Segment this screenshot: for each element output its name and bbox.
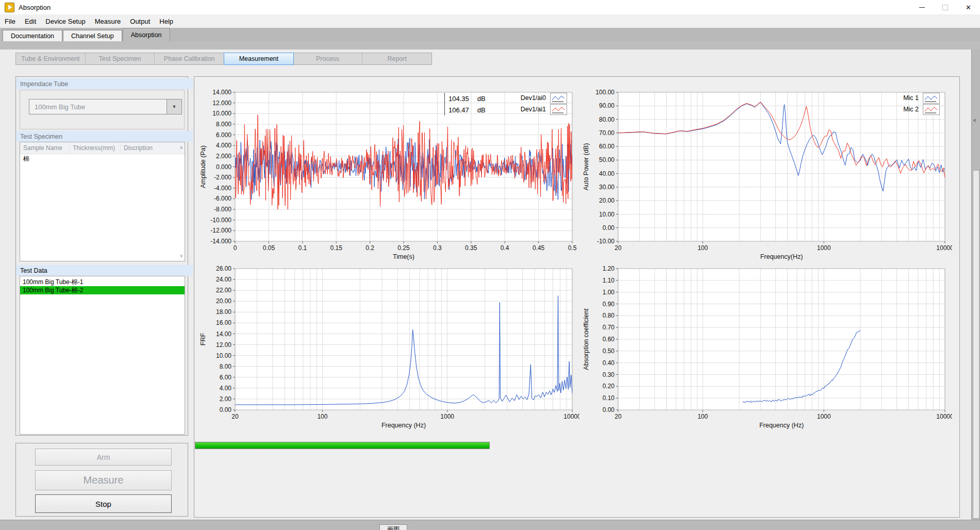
svg-text:0.70: 0.70 (603, 324, 615, 331)
arm-button[interactable]: Arm (35, 449, 172, 466)
svg-text:0: 0 (234, 244, 237, 252)
level-readouts: 104.35dB106.47dB (444, 93, 486, 115)
collapse-left-icon[interactable]: < (973, 118, 976, 123)
scroll-up-icon[interactable]: ∧ (179, 145, 183, 150)
bottom-tab[interactable]: 画图 (379, 524, 407, 530)
list-item-selected[interactable]: 100mm Big Tube-棉-2 (20, 286, 185, 294)
table-row[interactable]: 棉 (20, 154, 185, 163)
svg-text:6.00: 6.00 (220, 374, 232, 381)
legend-label: Dev1/ai1 (521, 106, 546, 113)
absorption-step-tabs: Tube & Environment Test Specimen Phase C… (15, 53, 432, 65)
auto-power-graph: -10.000.0010.0020.0030.0040.0050.0060.00… (581, 86, 952, 264)
impedance-tube-value: 100mm Big Tube (29, 100, 167, 114)
cell-discription (121, 154, 185, 163)
impedance-tube-header: Impendace Tube (16, 78, 193, 89)
svg-text:1000: 1000 (817, 244, 831, 252)
svg-text:90.00: 90.00 (599, 102, 614, 109)
measure-button[interactable]: Measure (35, 470, 172, 490)
menu-help[interactable]: Help (155, 14, 178, 28)
legend-item[interactable]: Mic 1 (903, 92, 940, 104)
svg-text:0.05: 0.05 (263, 244, 275, 252)
legend-item[interactable]: Mic 2 (903, 104, 940, 115)
svg-text:-2.000: -2.000 (214, 174, 231, 181)
subtab-process[interactable]: Process (293, 53, 363, 64)
menu-device-setup[interactable]: Device Setup (41, 14, 90, 28)
close-icon: ✕ (966, 4, 971, 11)
chart-legend: Mic 1Mic 2 (903, 92, 940, 115)
svg-text:6.000: 6.000 (216, 131, 231, 139)
window-title: Absorption (19, 4, 51, 11)
subtab-tube-environment[interactable]: Tube & Environment (16, 53, 86, 64)
subtab-report[interactable]: Report (362, 53, 431, 64)
svg-text:10.00: 10.00 (599, 211, 614, 218)
svg-text:Frequency(Hz): Frequency(Hz) (760, 253, 803, 260)
svg-text:0.45: 0.45 (533, 244, 545, 252)
svg-text:-10.000: -10.000 (210, 217, 231, 224)
svg-text:Frequency (Hz): Frequency (Hz) (381, 422, 426, 429)
menu-file[interactable]: File (0, 14, 20, 28)
readout-value: 104.35 (449, 95, 469, 103)
svg-text:26.00: 26.00 (216, 265, 231, 272)
test-specimen-table: Sample Name Thickness(mm) Discription 棉 … (20, 142, 185, 261)
readout-unit: dB (477, 106, 486, 114)
bottom-strip: 画图 (0, 520, 980, 530)
subtab-phase-calibration[interactable]: Phase Calibration (155, 53, 224, 64)
time-domain-graph: -14.000-12.000-10.000-8.000-6.000-4.000-… (198, 86, 579, 264)
legend-label: Dev1/ai0 (521, 94, 546, 102)
right-scrollbar: < (971, 49, 980, 520)
impedance-tube-dropdown[interactable]: 100mm Big Tube ▼ (29, 99, 182, 114)
column-discription: Discription (121, 142, 185, 154)
svg-text:0.3: 0.3 (433, 244, 442, 252)
tab-absorption[interactable]: Absorption (123, 28, 170, 41)
stop-button[interactable]: Stop (35, 494, 172, 513)
maximize-button[interactable] (934, 0, 957, 14)
title-bar: Absorption ✕ (0, 0, 980, 14)
list-item[interactable]: 100mm Big Tube-棉-1 (20, 278, 185, 286)
subtab-test-specimen[interactable]: Test Specimen (86, 53, 155, 64)
test-specimen-table-header: Sample Name Thickness(mm) Discription (20, 142, 185, 154)
legend-item[interactable]: Dev1/ai0 (521, 92, 567, 104)
legend-item[interactable]: Dev1/ai1 (521, 104, 567, 115)
svg-text:1000: 1000 (817, 413, 831, 420)
svg-text:2.000: 2.000 (216, 153, 231, 160)
action-button-panel: Arm Measure Stop (15, 443, 188, 517)
minimize-button[interactable] (910, 0, 934, 14)
svg-text:14.00: 14.00 (216, 330, 231, 338)
svg-text:12.00: 12.00 (216, 341, 231, 349)
legend-waveform-icon (550, 104, 567, 115)
tab-page-margin (0, 41, 980, 49)
scroll-down-icon[interactable]: ∨ (179, 254, 183, 258)
close-button[interactable]: ✕ (957, 0, 980, 14)
svg-text:0.20: 0.20 (603, 383, 615, 390)
svg-text:8.000: 8.000 (216, 121, 231, 128)
level-readout: 104.35dB (449, 93, 486, 104)
tab-channel-setup[interactable]: Channel Setup (63, 30, 122, 41)
svg-text:0.10: 0.10 (603, 394, 615, 402)
cell-thickness (70, 154, 121, 163)
svg-text:10000: 10000 (936, 413, 952, 420)
svg-text:22.00: 22.00 (216, 287, 231, 294)
svg-text:-6.000: -6.000 (214, 195, 231, 202)
chevron-down-icon[interactable]: ▼ (167, 100, 181, 114)
svg-text:0.4: 0.4 (501, 244, 509, 252)
svg-text:0.30: 0.30 (603, 371, 615, 378)
svg-text:1.20: 1.20 (603, 265, 615, 272)
svg-text:50.00: 50.00 (599, 156, 614, 163)
app-icon (5, 3, 14, 12)
svg-text:0.15: 0.15 (330, 244, 343, 252)
tab-documentation[interactable]: Documentation (3, 30, 62, 41)
menu-measure[interactable]: Measure (90, 14, 126, 28)
svg-text:2.00: 2.00 (220, 395, 232, 403)
scrollbar-thumb[interactable] (973, 170, 979, 519)
svg-text:12.000: 12.000 (212, 100, 231, 107)
legend-waveform-icon (923, 104, 940, 115)
svg-text:-14.000: -14.000 (210, 238, 231, 245)
absorption-coefficient-graph: 0.000.100.200.300.400.500.600.700.800.90… (581, 262, 952, 433)
svg-text:20: 20 (231, 413, 239, 420)
legend-label: Mic 1 (903, 94, 919, 102)
menu-edit[interactable]: Edit (20, 14, 41, 28)
menu-output[interactable]: Output (125, 14, 155, 28)
svg-text:-4.000: -4.000 (214, 185, 231, 192)
subtab-measurement[interactable]: Measurement (224, 53, 294, 65)
svg-text:1.00: 1.00 (603, 289, 615, 296)
